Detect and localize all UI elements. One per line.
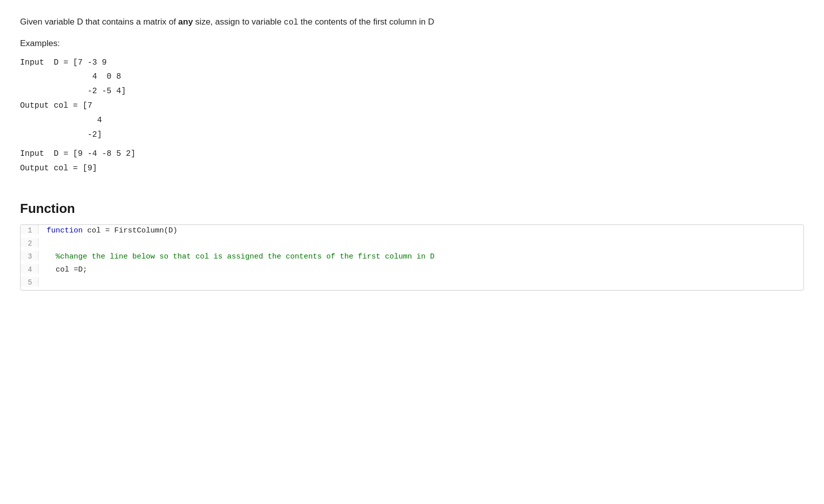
code-line-5: 5 xyxy=(21,277,803,290)
description-bold: any xyxy=(178,17,193,27)
spacer xyxy=(20,181,804,201)
example-1-output-line1: Output col = [7 xyxy=(20,99,804,113)
line-content-1[interactable]: function col = FirstColumn(D) xyxy=(39,225,803,236)
code-line-2: 2 xyxy=(21,238,803,251)
example-2-output: Output col = [9] xyxy=(20,161,804,176)
input-label-1: Input D = [7 -3 9 xyxy=(20,58,107,67)
line-content-3[interactable]: %change the line below so that col is as… xyxy=(39,251,803,263)
example-1-output-line2: 4 xyxy=(20,113,804,128)
description-prefix: Given variable D that contains a matrix … xyxy=(20,17,178,27)
example-2: Input D = [9 -4 -8 5 2] Output col = [9] xyxy=(20,147,804,176)
description-code: col xyxy=(284,18,298,27)
description-end: the contents of the first column in D xyxy=(298,17,434,27)
example-2-input: Input D = [9 -4 -8 5 2] xyxy=(20,147,804,161)
example-1-input-line1: Input D = [7 -3 9 xyxy=(20,56,804,70)
line-number-3: 3 xyxy=(21,251,39,261)
code-editor[interactable]: 1 function col = FirstColumn(D) 2 3 %cha… xyxy=(20,224,804,291)
examples-label: Examples: xyxy=(20,39,804,49)
line-content-5[interactable] xyxy=(39,277,803,280)
line-content-2[interactable] xyxy=(39,238,803,241)
line-number-5: 5 xyxy=(21,277,39,287)
example-1: Input D = [7 -3 9 4 0 8 -2 -5 4] Output … xyxy=(20,56,804,142)
line-number-2: 2 xyxy=(21,238,39,247)
problem-description: Given variable D that contains a matrix … xyxy=(20,15,804,30)
example-1-input-line2: 4 0 8 xyxy=(20,70,804,84)
line-content-4[interactable]: col =D; xyxy=(39,264,803,276)
example-1-input-line3: -2 -5 4] xyxy=(20,84,804,99)
code-line-3: 3 %change the line below so that col is … xyxy=(21,251,803,264)
line-number-4: 4 xyxy=(21,264,39,274)
example-1-output-line3: -2] xyxy=(20,128,804,142)
code-line-1: 1 function col = FirstColumn(D) xyxy=(21,225,803,238)
description-suffix: size, assign to variable xyxy=(193,17,284,27)
function-heading: Function xyxy=(20,201,804,216)
code-line-4: 4 col =D; xyxy=(21,264,803,277)
line-number-1: 1 xyxy=(21,225,39,234)
